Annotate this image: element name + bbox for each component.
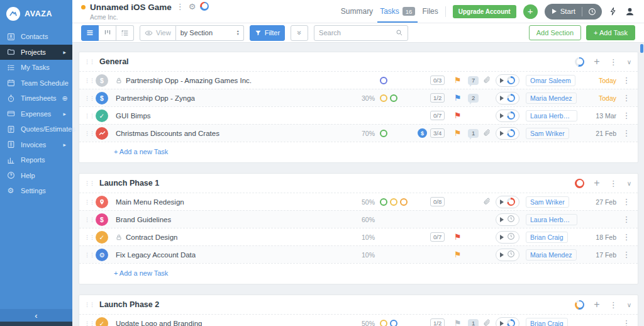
play-timer-icon[interactable] bbox=[500, 113, 504, 118]
task-kebab-menu-icon[interactable]: ⋮ bbox=[619, 318, 634, 326]
timer-pill[interactable] bbox=[496, 92, 519, 104]
task-title[interactable]: Contract Design bbox=[126, 233, 177, 241]
timer-start-pill[interactable]: Start bbox=[545, 4, 602, 20]
assignee-chip[interactable]: Maria Mendez bbox=[526, 249, 577, 261]
checklist-view-button[interactable] bbox=[116, 25, 134, 41]
assignee-chip[interactable]: Omar Saleem bbox=[526, 75, 575, 86]
project-kebab-menu-icon[interactable]: ⋮ bbox=[176, 3, 184, 12]
task-title[interactable]: Partnership Opp - Zynga bbox=[116, 94, 195, 102]
drag-handle-icon[interactable]: ⋮⋮ bbox=[84, 234, 96, 240]
attachment-paperclip-icon[interactable] bbox=[483, 75, 496, 86]
section-collapse-chevron-icon[interactable]: ∨ bbox=[627, 59, 631, 65]
section-kebab-menu-icon[interactable]: ⋮ bbox=[609, 300, 618, 310]
list-view-button[interactable] bbox=[81, 25, 99, 41]
comment-count-bubble[interactable]: 1 bbox=[468, 319, 479, 326]
drag-handle-icon[interactable]: ⋮⋮ bbox=[84, 199, 96, 205]
collapse-all-button[interactable]: » bbox=[291, 25, 308, 41]
activity-bolt-icon[interactable] bbox=[609, 6, 618, 16]
timer-pill[interactable] bbox=[496, 231, 519, 244]
sidebar-item-invoices[interactable]: Invoices▸ bbox=[0, 137, 72, 153]
task-kebab-menu-icon[interactable]: ⋮ bbox=[619, 76, 634, 85]
task-kebab-menu-icon[interactable]: ⋮ bbox=[619, 111, 634, 120]
drag-handle-icon[interactable]: ⋮⋮ bbox=[84, 301, 94, 308]
drag-handle-icon[interactable]: ⋮⋮ bbox=[84, 59, 94, 65]
due-date[interactable]: 21 Feb bbox=[581, 130, 619, 137]
attachment-paperclip-icon[interactable] bbox=[483, 128, 496, 139]
task-avatar[interactable]: ✓ bbox=[96, 110, 113, 122]
tab-summary[interactable]: Summary bbox=[341, 0, 373, 23]
drag-handle-icon[interactable]: ⋮⋮ bbox=[84, 77, 96, 84]
task-avatar[interactable]: $ bbox=[96, 213, 113, 226]
play-timer-icon[interactable] bbox=[500, 200, 504, 205]
drag-handle-icon[interactable]: ⋮⋮ bbox=[84, 320, 96, 326]
filter-button[interactable]: Filter bbox=[250, 25, 285, 41]
task-kebab-menu-icon[interactable]: ⋮ bbox=[619, 128, 634, 138]
section-kebab-menu-icon[interactable]: ⋮ bbox=[609, 57, 618, 67]
quick-add-timesheet-icon[interactable]: ⊕ bbox=[62, 94, 67, 103]
task-avatar[interactable]: $ bbox=[96, 74, 113, 87]
sidebar-item-expenses[interactable]: Expenses▸ bbox=[0, 106, 72, 122]
assignee-chip[interactable]: Brian Craig bbox=[526, 318, 568, 326]
sidebar-item-timesheets[interactable]: Timesheets⊕ bbox=[0, 91, 72, 106]
task-kebab-menu-icon[interactable]: ⋮ bbox=[619, 215, 634, 224]
attachment-paperclip-icon[interactable] bbox=[483, 318, 496, 326]
due-date[interactable]: 13 Mar bbox=[581, 112, 619, 120]
user-avatar-icon[interactable] bbox=[625, 6, 635, 17]
assignee-chip[interactable]: Laura Herber... bbox=[526, 110, 577, 121]
section-collapse-chevron-icon[interactable]: ∨ bbox=[627, 301, 631, 308]
play-timer-icon[interactable] bbox=[500, 252, 504, 257]
task-kebab-menu-icon[interactable]: ⋮ bbox=[619, 250, 634, 259]
section-collapse-chevron-icon[interactable]: ∨ bbox=[627, 180, 631, 187]
task-avatar[interactable] bbox=[96, 127, 113, 140]
task-avatar[interactable]: ✓ bbox=[96, 317, 113, 326]
due-date[interactable]: 17 Feb bbox=[581, 251, 619, 259]
timer-pill[interactable] bbox=[496, 196, 519, 208]
assignee-chip[interactable]: Brian Craig bbox=[526, 232, 568, 243]
tab-files[interactable]: Files bbox=[422, 0, 438, 23]
sidebar-item-my-tasks[interactable]: My Tasks bbox=[0, 60, 72, 76]
add-task-button[interactable]: + Add Task bbox=[586, 25, 635, 40]
due-date[interactable]: Today bbox=[581, 77, 619, 84]
timer-clock-icon[interactable] bbox=[582, 8, 602, 16]
task-title[interactable]: Partnership Opp - Amazing Games Inc. bbox=[126, 77, 252, 84]
group-by-select[interactable]: by Section ▴▾ bbox=[176, 25, 244, 41]
tab-tasks[interactable]: Tasks 16 bbox=[380, 0, 415, 23]
due-date[interactable]: Today bbox=[581, 94, 619, 102]
timer-pill[interactable] bbox=[496, 213, 519, 226]
timer-pill[interactable] bbox=[496, 74, 519, 87]
timer-pill[interactable] bbox=[496, 317, 519, 326]
quick-add-button[interactable]: + bbox=[523, 4, 538, 19]
comment-count-bubble[interactable]: 2 bbox=[468, 94, 479, 103]
task-title[interactable]: Christmas Discounts and Crates bbox=[116, 130, 219, 137]
task-title[interactable]: Main Menu Redesign bbox=[116, 198, 184, 206]
drag-handle-icon[interactable]: ⋮⋮ bbox=[84, 216, 96, 223]
task-avatar[interactable]: $ bbox=[96, 92, 113, 104]
scrollbar-thumb[interactable] bbox=[640, 44, 643, 53]
add-section-button[interactable]: Add Section bbox=[529, 25, 581, 40]
add-new-task-link[interactable]: + Add a new Task bbox=[79, 263, 638, 284]
task-title[interactable]: Update Logo and Branding bbox=[116, 320, 202, 326]
timer-pill[interactable] bbox=[496, 110, 519, 122]
comment-count-bubble[interactable]: 7 bbox=[468, 76, 479, 85]
task-avatar[interactable] bbox=[96, 196, 113, 208]
sidebar-item-quotes-estimates[interactable]: Quotes/Estimates bbox=[0, 121, 72, 137]
task-title[interactable]: Fix Legacy Account Data bbox=[116, 251, 196, 259]
assignee-chip[interactable]: Sam Wriker bbox=[526, 128, 569, 139]
upgrade-account-button[interactable]: Upgrade Account bbox=[453, 5, 516, 18]
add-new-task-link[interactable]: + Add a new Task bbox=[79, 142, 638, 162]
comment-count-bubble[interactable]: 1 bbox=[468, 129, 479, 138]
attachment-paperclip-icon[interactable] bbox=[483, 196, 496, 208]
task-kebab-menu-icon[interactable]: ⋮ bbox=[619, 93, 634, 103]
due-date[interactable]: 27 Feb bbox=[581, 198, 619, 206]
assignee-chip[interactable]: Maria Mendez bbox=[526, 93, 577, 104]
sidebar-item-help[interactable]: Help bbox=[0, 168, 72, 184]
task-avatar[interactable]: ⚙ bbox=[96, 249, 113, 261]
search-input[interactable] bbox=[319, 29, 396, 37]
sidebar-item-contacts[interactable]: Contacts bbox=[0, 29, 72, 45]
task-title[interactable]: Brand Guidelines bbox=[116, 216, 171, 223]
sidebar-item-settings[interactable]: ⚙Settings bbox=[0, 183, 72, 199]
sidebar-item-reports[interactable]: Reports bbox=[0, 152, 72, 168]
play-timer-icon[interactable] bbox=[500, 321, 504, 326]
play-timer-icon[interactable] bbox=[500, 217, 504, 222]
drag-handle-icon[interactable]: ⋮⋮ bbox=[84, 180, 94, 186]
